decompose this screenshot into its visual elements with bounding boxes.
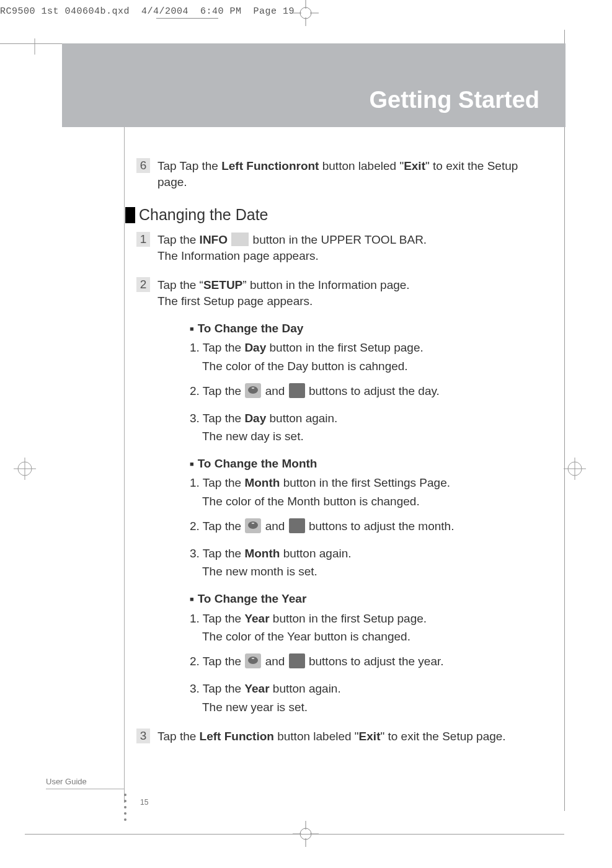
minus-button-icon [289, 383, 305, 398]
sub-result: The color of the Day button is cahnged. [202, 358, 546, 374]
sub-step: 1. Tap the Day button in the first Setup… [190, 340, 546, 356]
t: Day [244, 341, 266, 354]
step-result: The first Setup page appears. [157, 294, 313, 308]
step-text: button in the UPPER TOOL BAR. [253, 233, 427, 246]
registration-mark-right-icon [564, 458, 586, 480]
sub-step: 3. Tap the Month button again. [190, 546, 546, 562]
step-2: 2 Tap the “SETUP” button in the Informat… [136, 277, 546, 715]
t: 3. Tap the [190, 682, 244, 695]
subsection-month: To Change the Month 1. Tap the Month but… [190, 456, 546, 580]
header-banner: Getting Started [62, 43, 565, 127]
svg-rect-18 [252, 388, 254, 389]
t: and [262, 520, 288, 533]
sub-step: 3. Tap the Day button again. [190, 410, 546, 427]
t: and [262, 384, 288, 397]
step-number-badge: 2 [136, 277, 150, 292]
step-3: 3 Tap the Left Function button labeled "… [136, 728, 546, 745]
step-text-bold: Left Function [200, 730, 274, 743]
t: button again. [280, 547, 351, 560]
t: button in the first Setup page. [266, 341, 424, 354]
page-root: RC9500 1st 040604b.qxd 4/4/2004 6:40 PM … [0, 0, 612, 868]
imposition-line: RC9500 1st 040604b.qxd 4/4/2004 6:40 PM … [0, 6, 295, 17]
t: 1. Tap the [190, 612, 244, 625]
section-heading: Changing the Date [139, 205, 268, 226]
step-number-badge: 6 [136, 158, 150, 173]
sub-step: 2. Tap the and buttons to adjust the mon… [190, 518, 546, 534]
info-button-icon [231, 232, 249, 246]
t: 2. Tap the [190, 520, 244, 533]
minus-button-icon [289, 518, 305, 533]
svg-point-21 [248, 657, 258, 664]
heading-marker-icon [125, 207, 135, 223]
plus-button-icon [245, 653, 261, 668]
sub-result: The new day is set. [202, 428, 546, 445]
sub-step: 1. Tap the Month button in the first Set… [190, 475, 546, 491]
step-text-bold: Left Functionront [221, 159, 319, 172]
svg-point-19 [248, 521, 258, 529]
t: buttons to adjust the day. [306, 384, 440, 397]
t: buttons to adjust the year. [306, 655, 444, 668]
t: buttons to adjust the month. [306, 520, 455, 533]
t: Day [244, 412, 266, 425]
sub-step: 2. Tap the and buttons to adjust the day… [190, 383, 546, 399]
content-area: 6 Tap Tap the Left Functionront button l… [136, 158, 546, 758]
step-result: The Information page appears. [157, 249, 319, 262]
sub-result: The color of the Month button is changed… [202, 494, 546, 510]
plus-button-icon [245, 518, 261, 533]
t: 1. Tap the [190, 341, 244, 354]
svg-point-4 [300, 7, 311, 19]
sub-step: 2. Tap the and buttons to adjust the yea… [190, 653, 546, 670]
step-text: Tap the “ [157, 278, 203, 291]
sub-step: 3. Tap the Year button again. [190, 681, 546, 697]
t: 2. Tap the [190, 384, 244, 397]
registration-mark-left-icon [14, 458, 36, 480]
step-text: Tap the [157, 730, 200, 743]
t: 2. Tap the [190, 655, 244, 668]
footer-dots-icon [124, 794, 126, 821]
sub-result: The new month is set. [202, 564, 546, 580]
svg-rect-22 [252, 658, 254, 659]
t: button again. [266, 412, 337, 425]
t: button in the first Setup page. [270, 612, 427, 625]
step-6: 6 Tap Tap the Left Functionront button l… [136, 158, 546, 190]
step-text-bold: INFO [200, 233, 228, 246]
t: button in the first Settings Page. [280, 476, 450, 489]
sub-step: 1. Tap the Year button in the first Setu… [190, 611, 546, 627]
footer-rule [46, 789, 124, 789]
plus-button-icon [245, 383, 261, 398]
sub-heading: To Change the Month [190, 456, 546, 472]
right-trim-line [564, 30, 565, 811]
step-text: ” button in the Information page. [242, 278, 409, 291]
minus-button-icon [289, 653, 305, 668]
t: 1. Tap the [190, 476, 244, 489]
subsection-day: To Change the Day 1. Tap the Day button … [190, 321, 546, 445]
step-number-badge: 3 [136, 728, 150, 743]
section-heading-row: Changing the Date [125, 205, 546, 226]
step-text: " to exit the Setup page. [380, 730, 505, 743]
step-number-badge: 1 [136, 232, 150, 247]
step-1: 1 Tap the INFO button in the UPPER TOOL … [136, 232, 546, 264]
t: Month [244, 547, 280, 560]
step-text: Tap the [157, 233, 200, 246]
fold-mark-top-icon [293, 0, 319, 26]
page-number: 15 [140, 798, 148, 807]
t: Month [244, 476, 280, 489]
t: 3. Tap the [190, 547, 244, 560]
step-text-bold: Exit [404, 159, 425, 172]
sub-heading: To Change the Day [190, 321, 546, 337]
sub-heading: To Change the Year [190, 591, 546, 607]
step-text-bold: SETUP [203, 278, 242, 291]
svg-rect-20 [252, 523, 254, 524]
svg-point-17 [248, 386, 258, 394]
page-title: Getting Started [370, 87, 539, 113]
t: button again. [270, 682, 341, 695]
footer-label: User Guide [46, 777, 87, 786]
bottom-trim-line [25, 834, 564, 835]
t: Year [244, 612, 269, 625]
step-text: button labeled " [274, 730, 359, 743]
imposition-underline [156, 10, 218, 19]
sub-result: The new year is set. [202, 699, 546, 715]
sub-result: The color of the Year button is changed. [202, 629, 546, 645]
t: Year [244, 682, 269, 695]
t: 3. Tap the [190, 412, 244, 425]
